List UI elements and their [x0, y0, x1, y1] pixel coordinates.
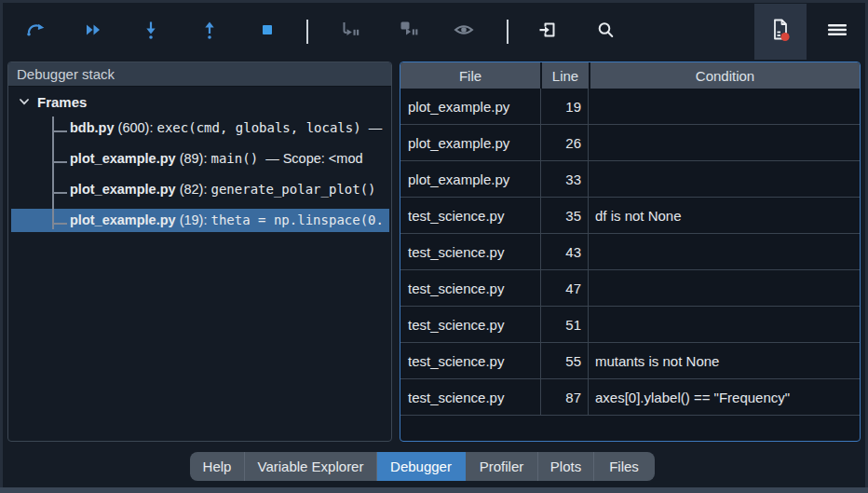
stack-frame-row[interactable]: plot_example.py (82): generate_polar_plo… [11, 178, 389, 201]
tab-debugger[interactable]: Debugger [377, 452, 466, 481]
tab-help[interactable]: Help [190, 452, 245, 481]
step-return-button[interactable] [189, 11, 230, 52]
play-pause-square-icon [396, 18, 420, 46]
breakpoint-row[interactable]: test_science.py 35 df is not None [400, 198, 860, 234]
toolbar-separator [306, 20, 308, 44]
fast-forward-icon [82, 19, 104, 45]
arrow-down-dot-icon [140, 19, 162, 45]
continue-over-breakpoint-button[interactable] [387, 11, 428, 52]
breakpoint-row[interactable]: plot_example.py 19 [400, 89, 860, 125]
breakpoint-row[interactable]: test_science.py 87 axes[0].ylabel() == "… [400, 379, 860, 416]
options-menu-button[interactable] [817, 11, 858, 52]
run-current-line-button[interactable] [15, 11, 56, 52]
arrow-up-dot-icon [198, 19, 221, 45]
stack-frame-row[interactable]: plot_example.py (89): main() — Scope: <m… [11, 147, 389, 171]
breakpoint-row[interactable]: plot_example.py 33 [400, 161, 860, 198]
breakpoints-table-header: File Line Condition [400, 62, 860, 89]
debugger-stack-title: Debugger stack [8, 62, 391, 87]
tree-guide-line [52, 116, 54, 229]
play-pause-line-icon [337, 18, 361, 46]
breakpoint-row[interactable]: test_science.py 55 mutants is not None [400, 343, 860, 379]
hamburger-icon [825, 19, 849, 45]
frames-tree-toggle[interactable]: Frames [8, 87, 391, 116]
breakpoint-row[interactable]: test_science.py 47 [400, 270, 860, 307]
step-into-button[interactable] [130, 11, 171, 52]
toolbar-separator [507, 20, 509, 44]
search-icon [594, 19, 617, 45]
eye-icon [453, 19, 475, 45]
column-header-file[interactable]: File [400, 62, 540, 89]
frames-label: Frames [37, 94, 87, 110]
tree-branch-icon [54, 223, 67, 225]
document-breakpoint-icon [767, 16, 793, 48]
search-button[interactable] [585, 11, 626, 52]
frames-list: bdb.py (600): exec(cmd, globals, locals)… [8, 116, 391, 232]
breakpoints-panel: File Line Condition plot_example.py 19 p… [400, 62, 861, 442]
continue-button[interactable] [73, 11, 114, 52]
chevron-down-icon [18, 95, 31, 108]
breakpoint-row[interactable]: test_science.py 43 [400, 234, 860, 270]
tree-branch-icon [54, 161, 67, 163]
debug-toolbar [3, 3, 865, 61]
column-header-condition[interactable]: Condition [590, 62, 860, 89]
enter-icon [536, 19, 559, 45]
enter-debugging-button[interactable] [527, 11, 568, 52]
tab-files[interactable]: Files [594, 452, 654, 481]
stop-square-icon [256, 19, 278, 45]
debugger-window: Debugger stack Frames bdb.py (600): exec… [3, 3, 865, 487]
tab-profiler[interactable]: Profiler [466, 452, 538, 481]
toggle-visibility-button[interactable] [443, 11, 484, 52]
debugger-stack-panel: Debugger stack Frames bdb.py (600): exec… [7, 62, 392, 442]
tree-branch-icon [54, 192, 67, 194]
plugin-tabbar: Help Variable Explorer Debugger Profiler… [190, 452, 655, 481]
tab-plots[interactable]: Plots [538, 452, 594, 481]
stack-frame-row[interactable]: bdb.py (600): exec(cmd, globals, locals)… [11, 116, 389, 140]
tab-variable-explorer[interactable]: Variable Explorer [245, 452, 377, 481]
continue-to-breakpoint-button[interactable] [329, 11, 370, 52]
column-header-line[interactable]: Line [542, 62, 589, 89]
tree-branch-icon [54, 130, 67, 132]
stop-debugging-button[interactable] [247, 11, 288, 52]
breakpoint-row[interactable]: test_science.py 51 [400, 307, 860, 343]
window-bottom-edge [0, 487, 868, 493]
breakpoints-panel-toggle-button[interactable] [754, 4, 807, 60]
breakpoint-row[interactable]: plot_example.py 26 [400, 125, 860, 161]
stack-frame-row-selected[interactable]: plot_example.py (19): theta = np.linspac… [11, 209, 389, 232]
curved-arrow-icon [24, 19, 47, 45]
